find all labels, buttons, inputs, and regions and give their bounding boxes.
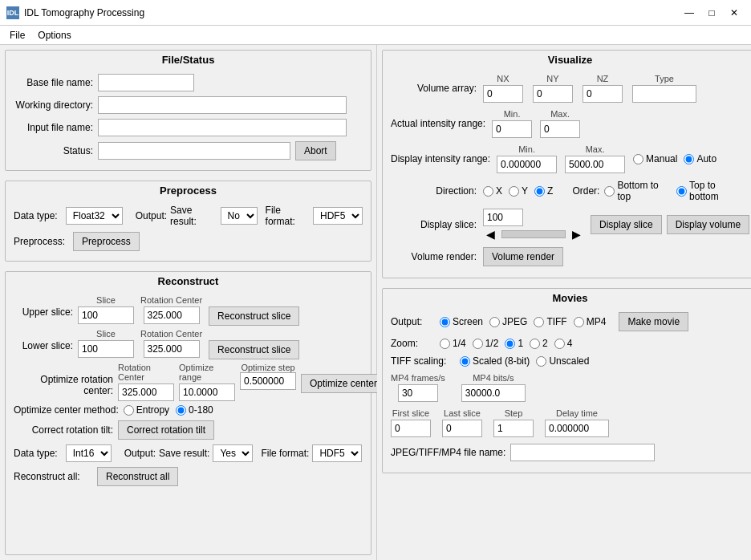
ny-input[interactable] (533, 85, 573, 103)
scaled-radio[interactable] (460, 356, 470, 367)
zoom-4-label[interactable]: 4 (554, 338, 573, 349)
volume-array-row: Volume array: NX NY NZ (391, 74, 749, 103)
display-volume-button[interactable]: Display volume (667, 215, 749, 234)
zoom-quarter-label[interactable]: 1/4 (440, 338, 466, 349)
abort-button[interactable]: Abort (295, 141, 336, 160)
zoom-row: Zoom: 1/4 1/2 1 2 (391, 338, 749, 349)
jpeg-filename-input[interactable] (510, 444, 655, 461)
nz-input[interactable] (583, 85, 623, 103)
volume-render-button[interactable]: Volume render (483, 247, 563, 266)
optimize-rotation-input[interactable] (118, 383, 174, 401)
bottom-to-top-radio-label[interactable]: Bottom to top (604, 180, 670, 202)
x-radio-label[interactable]: X (483, 185, 502, 197)
display-slice-slider[interactable] (501, 230, 566, 238)
optimize-range-input[interactable] (179, 383, 235, 401)
top-to-bottom-radio[interactable] (676, 186, 687, 197)
tiff-radio[interactable] (534, 317, 544, 327)
close-button[interactable]: ✕ (724, 5, 745, 21)
preprocess-datatype-select[interactable]: Float32 (66, 207, 123, 225)
order-label: Order: (572, 185, 599, 197)
upper-rotation-input[interactable] (144, 306, 200, 324)
input-file-input[interactable] (98, 119, 347, 136)
screen-radio[interactable] (440, 317, 450, 327)
preprocess-button[interactable]: Preprocess (73, 232, 140, 251)
reconstruct-save-select[interactable]: Yes (213, 444, 253, 462)
preprocess-action-label: Preprocess: (14, 236, 70, 247)
screen-radio-label[interactable]: Screen (440, 316, 483, 327)
zoom-half-label[interactable]: 1/2 (473, 338, 499, 349)
reconstruct-all-button[interactable]: Reconstruct all (97, 467, 178, 486)
zoom-1-label[interactable]: 1 (505, 338, 523, 349)
display-min-input[interactable] (497, 156, 557, 173)
step-input[interactable] (493, 420, 534, 437)
jpeg-radio[interactable] (489, 317, 500, 327)
slider-right-arrow[interactable]: ▶ (569, 228, 584, 241)
mp4-bps-input[interactable] (461, 384, 526, 402)
reconstruct-datatype-select[interactable]: Int16 (66, 444, 112, 462)
top-to-bottom-radio-label[interactable]: Top to bottom (676, 180, 743, 202)
lower-rotation-input[interactable] (144, 340, 200, 358)
reconstruct-format-select[interactable]: HDF5 (312, 444, 362, 462)
display-slice-input[interactable] (483, 209, 523, 226)
zoom-2-radio[interactable] (530, 339, 540, 349)
zoom-4-radio[interactable] (554, 339, 565, 349)
optimize-center-button[interactable]: Optimize center (301, 374, 386, 393)
reconstruct-slice-lower-button[interactable]: Reconstruct slice (209, 340, 299, 359)
actual-min-input[interactable] (492, 120, 532, 138)
zoom-2-label[interactable]: 2 (530, 338, 548, 349)
manual-radio[interactable] (633, 154, 643, 164)
display-max-input[interactable] (565, 156, 625, 173)
zoom-1-radio[interactable] (505, 339, 515, 349)
zoom-half-radio[interactable] (473, 339, 483, 349)
unscaled-radio-label[interactable]: Unscaled (536, 355, 589, 367)
zoom-quarter-radio[interactable] (440, 339, 450, 349)
entropy-radio-label[interactable]: Entropy (124, 404, 169, 416)
reconstruct-output-label: Output: (124, 448, 156, 459)
entropy-radio[interactable] (124, 405, 134, 416)
type-input[interactable] (632, 85, 696, 103)
scaled-radio-label[interactable]: Scaled (8-bit) (460, 355, 530, 367)
delay-time-input[interactable] (545, 420, 609, 437)
type-col-label: Type (655, 74, 674, 83)
mp4-radio[interactable] (574, 317, 584, 327)
y-radio[interactable] (509, 186, 519, 197)
actual-max-input[interactable] (540, 120, 580, 138)
preprocess-save-select[interactable]: No (221, 207, 258, 225)
optimize-step-input[interactable] (240, 372, 296, 390)
mp4-radio-label[interactable]: MP4 (574, 316, 607, 327)
range-radio-label[interactable]: 0-180 (176, 404, 213, 416)
menu-file[interactable]: File (3, 28, 31, 43)
working-dir-row: Working directory: (14, 96, 363, 114)
preprocess-format-select[interactable]: HDF5 (313, 207, 363, 225)
base-file-input[interactable] (98, 74, 194, 91)
z-radio-label[interactable]: Z (534, 185, 553, 197)
reconstruct-slice-upper-button[interactable]: Reconstruct slice (209, 306, 299, 326)
actual-intensity-row: Actual intensity range: Min. Max. (391, 109, 749, 138)
auto-radio-label[interactable]: Auto (684, 153, 716, 164)
range-radio[interactable] (176, 405, 186, 416)
x-radio[interactable] (483, 186, 493, 197)
y-radio-label[interactable]: Y (509, 185, 528, 197)
bottom-to-top-radio[interactable] (604, 186, 615, 197)
menu-options[interactable]: Options (31, 28, 77, 43)
status-input[interactable] (98, 142, 290, 160)
first-slice-input[interactable] (391, 420, 431, 437)
slider-left-arrow[interactable]: ◀ (483, 228, 498, 241)
upper-slice-input[interactable] (78, 306, 134, 324)
make-movie-button[interactable]: Make movie (619, 312, 688, 331)
correct-tilt-button[interactable]: Correct rotation tilt (118, 420, 214, 440)
minimize-button[interactable]: — (679, 5, 700, 21)
tiff-radio-label[interactable]: TIFF (534, 316, 566, 327)
display-slice-button[interactable]: Display slice (591, 215, 662, 234)
last-slice-input[interactable] (442, 420, 482, 437)
nx-input[interactable] (483, 85, 523, 103)
lower-slice-input[interactable] (78, 340, 134, 358)
working-dir-input[interactable] (98, 96, 347, 114)
mp4-fps-input[interactable] (398, 384, 438, 402)
unscaled-radio[interactable] (536, 356, 546, 367)
z-radio[interactable] (534, 186, 545, 197)
auto-radio[interactable] (684, 154, 694, 164)
jpeg-radio-label[interactable]: JPEG (489, 316, 527, 327)
maximize-button[interactable]: □ (701, 5, 722, 21)
manual-radio-label[interactable]: Manual (633, 153, 677, 164)
